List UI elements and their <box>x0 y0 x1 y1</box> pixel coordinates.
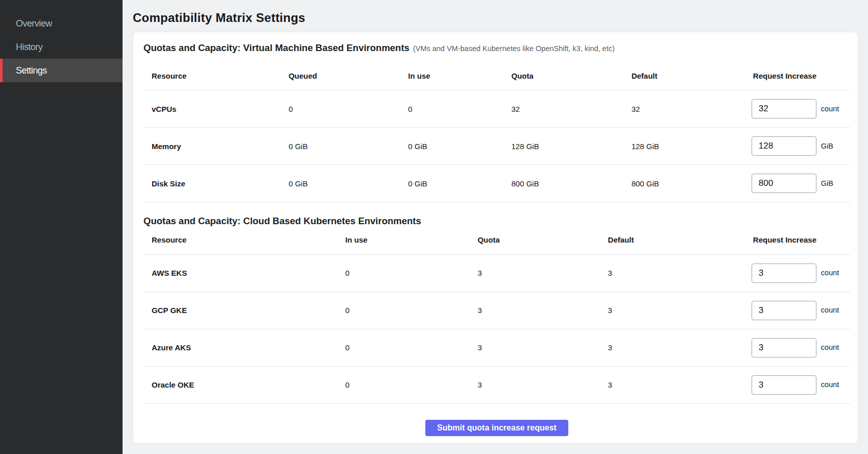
cell-value: 3 <box>469 366 599 403</box>
cell-value: 32 <box>503 90 623 128</box>
table-row: Memory0 GiB0 GiB128 GiB128 GiBGiB <box>143 128 850 165</box>
sidebar-item-history[interactable]: History <box>0 35 123 59</box>
table-row: GCP GKE033count <box>143 292 850 329</box>
resource-name: Oracle OKE <box>143 366 337 403</box>
cell-value: 32 <box>623 90 745 128</box>
resource-name: GCP GKE <box>143 292 337 329</box>
unit-label: count <box>821 269 839 277</box>
request-increase-input[interactable] <box>752 174 816 193</box>
request-increase-input[interactable] <box>752 264 816 283</box>
cell-value: 3 <box>600 292 745 329</box>
quota-table: ResourceIn useQuotaDefaultRequest Increa… <box>143 228 850 404</box>
sidebar-item-settings[interactable]: Settings <box>0 59 123 82</box>
column-header: Default <box>623 64 745 90</box>
cell-value: 3 <box>600 366 745 403</box>
table-row: AWS EKS033count <box>143 254 850 292</box>
cell-value: 3 <box>469 329 599 366</box>
page-title: Compatibility Matrix Settings <box>133 0 858 26</box>
cell-value: 0 GiB <box>280 165 400 202</box>
cell-value: 0 <box>337 366 469 403</box>
section-subtitle: (VMs and VM-based Kubernetes like OpenSh… <box>413 44 615 53</box>
column-header: Default <box>600 228 745 254</box>
unit-label: count <box>821 306 839 314</box>
section-heading: Quotas and Capacity: Cloud Based Kuberne… <box>143 214 850 228</box>
submit-quota-increase-button[interactable]: Submit quota increase request <box>425 420 568 436</box>
cell-value: 0 <box>280 90 400 128</box>
quota-table: ResourceQueuedIn useQuotaDefaultRequest … <box>143 64 850 203</box>
cell-value: 0 <box>337 254 469 292</box>
request-increase-input[interactable] <box>752 375 816 395</box>
cell-value: 0 <box>400 90 503 128</box>
column-header: In use <box>400 64 503 90</box>
table-header-row: ResourceQueuedIn useQuotaDefaultRequest … <box>143 64 850 90</box>
table-header-row: ResourceIn useQuotaDefaultRequest Increa… <box>143 228 850 254</box>
cell-value: 0 GiB <box>400 128 503 165</box>
unit-label: GiB <box>821 179 833 187</box>
cell-value: 128 GiB <box>623 128 745 165</box>
resource-name: Disk Size <box>143 165 280 202</box>
column-header: Resource <box>143 228 337 254</box>
cell-value: 3 <box>600 329 745 366</box>
cell-value: 800 GiB <box>623 165 745 202</box>
sidebar-item-label: Settings <box>16 65 47 76</box>
cell-value: 3 <box>469 254 599 292</box>
settings-card: Quotas and Capacity: Virtual Machine Bas… <box>133 32 858 444</box>
column-header: Quota <box>469 228 599 254</box>
request-increase-input[interactable] <box>752 136 816 156</box>
sidebar-item-overview[interactable]: Overview <box>0 12 123 35</box>
sidebar-item-label: Overview <box>16 18 52 29</box>
table-row: Disk Size0 GiB0 GiB800 GiB800 GiBGiB <box>143 165 850 202</box>
column-header: Request Increase <box>745 64 850 90</box>
cell-value: 0 GiB <box>400 165 503 202</box>
section-heading-text: Quotas and Capacity: Virtual Machine Bas… <box>143 42 409 53</box>
unit-label: count <box>821 380 839 389</box>
unit-label: count <box>821 343 839 351</box>
request-increase-input[interactable] <box>752 99 816 118</box>
main-content: Compatibility Matrix Settings Quotas and… <box>123 0 868 454</box>
cell-value: 800 GiB <box>503 165 623 202</box>
cell-value: 3 <box>600 254 745 292</box>
section-heading-text: Quotas and Capacity: Cloud Based Kuberne… <box>143 216 421 226</box>
cell-value: 0 <box>337 329 469 366</box>
resource-name: Azure AKS <box>143 329 337 366</box>
resource-name: AWS EKS <box>143 254 337 292</box>
section-heading: Quotas and Capacity: Virtual Machine Bas… <box>143 41 850 55</box>
cell-value: 3 <box>469 292 599 329</box>
sidebar-item-label: History <box>16 42 42 53</box>
request-increase-input[interactable] <box>752 301 816 320</box>
resource-name: Memory <box>143 128 280 165</box>
resource-name: vCPUs <box>143 90 280 128</box>
button-row: Submit quota increase request <box>143 420 850 436</box>
unit-label: count <box>821 105 839 113</box>
column-header: In use <box>337 228 469 254</box>
table-row: Oracle OKE033count <box>143 366 850 403</box>
column-header: Request Increase <box>745 228 850 254</box>
table-row: Azure AKS033count <box>143 329 850 366</box>
column-header: Quota <box>503 64 623 90</box>
table-row: vCPUs003232count <box>143 90 850 128</box>
sidebar: OverviewHistorySettings <box>0 0 123 454</box>
unit-label: GiB <box>821 142 833 150</box>
column-header: Queued <box>280 64 400 90</box>
cell-value: 0 <box>337 292 469 329</box>
column-header: Resource <box>143 64 280 90</box>
cell-value: 128 GiB <box>503 128 623 165</box>
request-increase-input[interactable] <box>752 338 816 357</box>
cell-value: 0 GiB <box>280 128 400 165</box>
